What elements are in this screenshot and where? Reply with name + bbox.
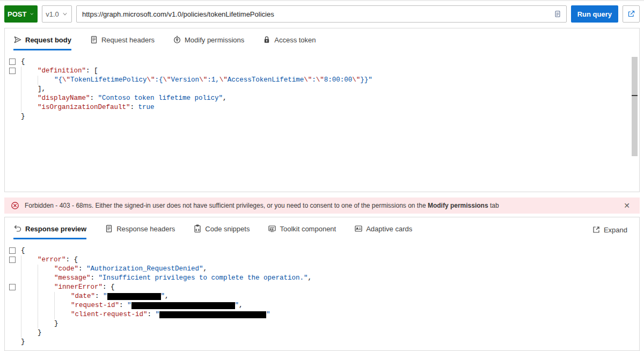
tab-label: Response preview (25, 225, 86, 233)
code-token: : (130, 103, 138, 112)
code-token: \" (147, 76, 155, 85)
tab-response-preview[interactable]: Response preview (13, 224, 86, 239)
code-token: "code" (54, 265, 78, 274)
code-line: "displayName": "Contoso token lifetime p… (9, 94, 639, 103)
code-line: "client-request-id": "" (9, 310, 639, 319)
indent-guide (21, 301, 38, 310)
tab-request-headers[interactable]: Request headers (90, 35, 155, 50)
code-token: } (21, 112, 25, 121)
tab-code-snippets[interactable]: Code snippets (193, 224, 250, 239)
code-token: : (119, 301, 127, 310)
editor-gutter (9, 85, 21, 94)
tab-request-body[interactable]: Request body (13, 35, 71, 50)
editor-gutter (9, 301, 21, 310)
editor-gutter (9, 94, 21, 103)
tab-label: Modify permissions (185, 36, 244, 44)
tab-label: Access token (274, 36, 316, 44)
gutter-checkbox[interactable] (9, 58, 16, 65)
code-token: "{ (54, 76, 62, 85)
code-token: }}" (360, 76, 372, 85)
tab-response-headers[interactable]: Response headers (105, 224, 175, 239)
tab-label: Toolkit component (280, 225, 336, 233)
code-token: " (127, 301, 131, 310)
expand-response-button[interactable]: Expand (589, 225, 631, 239)
code-token: } (38, 328, 42, 338)
scrollbar-decoration (632, 95, 638, 96)
code-token: } (21, 338, 25, 347)
send-icon (13, 35, 22, 44)
code-token: { (21, 57, 25, 67)
gutter-checkbox[interactable] (9, 257, 16, 263)
tab-toolkit-component[interactable]: Toolkit component (268, 224, 336, 239)
request-url-input[interactable] (76, 5, 567, 23)
indent-guide (54, 292, 71, 301)
code-line: "code": "Authorization_RequestDenied", (9, 265, 639, 274)
code-line: "error": { (9, 255, 639, 265)
code-line: "date": "", (9, 292, 639, 301)
toolkit-icon (268, 224, 276, 233)
request-body-editor[interactable]: {"definition": ["{\"TokenLifetimePolicy\… (5, 52, 639, 121)
code-token: : { (66, 255, 78, 265)
http-method-dropdown[interactable]: POST (4, 5, 38, 23)
code-token: :{ (155, 76, 163, 85)
document-icon (105, 224, 113, 233)
indent-guide (21, 76, 38, 85)
indent-guide (21, 103, 38, 112)
run-query-button[interactable]: Run query (571, 5, 618, 23)
response-preview-editor[interactable]: {"error": {"code": "Authorization_Reques… (5, 241, 639, 347)
code-token: : (91, 274, 99, 283)
redacted-value (131, 302, 235, 309)
code-token: { (21, 246, 25, 255)
code-token: ], (38, 85, 46, 94)
editor-gutter (9, 319, 21, 328)
code-token: "displayName" (38, 94, 90, 103)
request-panel: Request body Request headers Modify perm… (4, 28, 640, 192)
tab-label: Code snippets (205, 225, 250, 233)
code-line: { (9, 57, 639, 67)
editor-gutter (9, 246, 21, 255)
gutter-checkbox[interactable] (9, 284, 16, 290)
indent-guide (38, 319, 54, 328)
code-line: "{\"TokenLifetimePolicy\":{\"Version\":1… (9, 76, 639, 85)
redacted-value (159, 311, 266, 318)
response-tabs: Response preview Response headers Code s… (5, 217, 639, 241)
code-token: : (312, 76, 316, 85)
code-token: } (54, 319, 58, 328)
code-token: "Insufficient privileges to complete the… (99, 274, 308, 283)
code-token: , (308, 274, 312, 283)
code-token: "client-request-id" (71, 310, 148, 319)
request-tabs: Request body Request headers Modify perm… (5, 28, 639, 52)
api-version-dropdown[interactable]: v1.0 (42, 5, 72, 23)
indent-guide (54, 301, 71, 310)
tab-adaptive-cards[interactable]: Adaptive cards (354, 224, 412, 239)
code-token: \" (316, 76, 324, 85)
code-line: "innerError": { (9, 283, 639, 292)
indent-guide (38, 265, 54, 274)
error-banner: Forbidden - 403 - 68ms. Either the signe… (4, 198, 640, 214)
share-query-button[interactable] (623, 5, 640, 23)
code-token: "message" (54, 274, 91, 283)
code-token: TokenLifetimePolicy (70, 76, 147, 85)
document-icon (554, 10, 561, 18)
code-token: \" (199, 76, 207, 85)
code-token: , (239, 301, 243, 310)
tab-access-token[interactable]: Access token (262, 35, 316, 50)
indent-guide (21, 67, 38, 76)
code-token: , (203, 265, 208, 274)
code-token: : (78, 265, 86, 274)
gutter-checkbox[interactable] (9, 247, 16, 254)
gutter-checkbox[interactable] (9, 68, 16, 74)
code-token: " (103, 292, 107, 301)
code-token: "isOrganizationDefault" (38, 103, 130, 112)
close-icon[interactable]: ✕ (620, 201, 633, 210)
editor-gutter (9, 274, 21, 283)
code-snippets-icon (193, 224, 202, 233)
permissions-icon (173, 35, 181, 44)
tab-label: Adaptive cards (366, 225, 412, 233)
indent-guide (21, 292, 38, 301)
request-body-doc-button[interactable] (551, 8, 565, 20)
tab-modify-permissions[interactable]: Modify permissions (173, 35, 244, 50)
code-token: :1, (207, 76, 219, 85)
code-token: "error" (38, 255, 66, 265)
editor-scrollbar[interactable] (632, 57, 638, 156)
